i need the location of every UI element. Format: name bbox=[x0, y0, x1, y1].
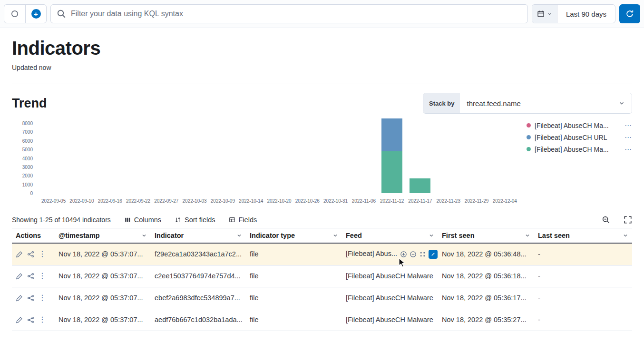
x-tick-label: 2022-11-06 bbox=[350, 198, 378, 204]
indicator-cell[interactable]: c2ee15037764974e757d4... bbox=[151, 265, 246, 287]
last-seen-cell[interactable]: - bbox=[534, 265, 632, 287]
last-seen-cell[interactable]: - bbox=[534, 287, 632, 309]
x-tick-label: 2022-10-14 bbox=[237, 198, 265, 204]
timestamp-cell[interactable]: Nov 18, 2022 @ 05:37:07... bbox=[55, 243, 151, 265]
column-header-actions[interactable]: Actions bbox=[12, 228, 55, 244]
investigate-in-timeline-button[interactable] bbox=[27, 316, 34, 323]
add-filter-button[interactable]: + bbox=[25, 5, 46, 23]
indicator-type-cell[interactable]: file bbox=[246, 309, 342, 331]
y-tick-label: 7000 bbox=[22, 129, 33, 135]
columns-button[interactable]: Columns bbox=[124, 216, 161, 224]
y-tick-label: 0 bbox=[30, 191, 33, 196]
add-to-timeline-button[interactable] bbox=[419, 251, 426, 258]
x-tick-label: 2022-11-17 bbox=[406, 198, 434, 204]
legend-more-button[interactable]: ⋯ bbox=[624, 146, 632, 153]
x-tick-label: 2022-11-23 bbox=[434, 198, 462, 204]
first-seen-cell[interactable]: Nov 18, 2022 @ 05:35:27... bbox=[438, 309, 534, 331]
feed-cell[interactable]: [Filebeat] Abus... bbox=[342, 243, 438, 265]
last-seen-cell[interactable]: - bbox=[534, 309, 632, 331]
more-actions-button[interactable]: ⋮ bbox=[39, 272, 46, 280]
column-header-timestamp[interactable]: @timestamp bbox=[55, 228, 151, 244]
query-toolbar: + Last 90 days bbox=[0, 0, 644, 28]
refresh-button[interactable] bbox=[619, 4, 640, 23]
share-graph-icon bbox=[27, 316, 34, 323]
edit-indicator-button[interactable] bbox=[16, 316, 23, 323]
fields-button[interactable]: Fields bbox=[229, 216, 257, 224]
kql-search-box bbox=[50, 4, 528, 23]
fullscreen-button[interactable] bbox=[624, 216, 632, 224]
indicator-type-cell[interactable]: file bbox=[246, 243, 342, 265]
row-actions-cell: ⋮ bbox=[12, 309, 55, 331]
saved-query-menu-button[interactable] bbox=[4, 5, 25, 23]
edit-indicator-button[interactable] bbox=[16, 273, 23, 280]
bar-segment[interactable] bbox=[410, 178, 430, 193]
more-actions-button[interactable]: ⋮ bbox=[39, 250, 46, 258]
legend-more-button[interactable]: ⋯ bbox=[624, 122, 632, 129]
timestamp-cell[interactable]: Nov 18, 2022 @ 05:37:07... bbox=[55, 287, 151, 309]
first-seen-cell[interactable]: Nov 18, 2022 @ 05:36:17... bbox=[438, 287, 534, 309]
investigate-timeline-button[interactable] bbox=[429, 250, 438, 259]
column-header-last-seen[interactable]: Last seen bbox=[534, 228, 632, 244]
fields-button-label: Fields bbox=[239, 216, 257, 224]
date-range-button[interactable]: Last 90 days bbox=[557, 5, 615, 23]
x-tick-label: 2022-09-10 bbox=[68, 198, 96, 204]
chevron-down-icon[interactable] bbox=[429, 233, 434, 238]
investigate-in-timeline-button[interactable] bbox=[27, 251, 34, 258]
column-header-indicator[interactable]: Indicator bbox=[151, 228, 246, 244]
table-row[interactable]: ⋮ Nov 18, 2022 @ 05:37:07... f29e2ca1a03… bbox=[12, 243, 632, 265]
first-seen-cell[interactable]: Nov 18, 2022 @ 05:36:48... bbox=[438, 243, 534, 265]
indicator-type-cell[interactable]: file bbox=[246, 287, 342, 309]
x-tick-label: 2022-10-26 bbox=[293, 198, 322, 204]
chevron-down-icon[interactable] bbox=[141, 233, 147, 238]
first-seen-cell[interactable]: Nov 18, 2022 @ 05:36:18... bbox=[438, 265, 534, 287]
pencil-icon bbox=[16, 316, 23, 323]
investigate-in-timeline-button[interactable] bbox=[27, 273, 34, 280]
legend-item[interactable]: [Filebeat] AbuseCH URL ⋯ bbox=[527, 131, 632, 143]
legend-color-dot bbox=[527, 147, 531, 151]
chart-legend: [Filebeat] AbuseCH Ma... ⋯ [Filebeat] Ab… bbox=[527, 118, 632, 211]
chevron-down-icon[interactable] bbox=[332, 233, 338, 238]
indicator-cell[interactable]: ebef2a6983dfcc534899a7... bbox=[151, 287, 246, 309]
feed-cell[interactable]: [Filebeat] AbuseCH Malware bbox=[342, 265, 438, 287]
indicator-type-cell[interactable]: file bbox=[246, 265, 342, 287]
indicator-cell[interactable]: f29e2ca1a032343ac1a7c2... bbox=[151, 243, 246, 265]
last-seen-cell[interactable]: - bbox=[534, 243, 632, 265]
column-label: Last seen bbox=[538, 232, 570, 239]
table-row[interactable]: ⋮ Nov 18, 2022 @ 05:37:07... c2ee1503776… bbox=[12, 265, 632, 287]
chevron-down-icon[interactable] bbox=[236, 233, 242, 238]
stack-by-control: Stack by threat.feed.name bbox=[423, 93, 632, 114]
indicator-cell[interactable]: aedf76b667c1d032ba1ada... bbox=[151, 309, 246, 331]
column-header-first-seen[interactable]: First seen bbox=[438, 228, 534, 244]
filter-in-button[interactable] bbox=[400, 251, 407, 258]
bar-segment[interactable] bbox=[381, 151, 402, 193]
chevron-down-icon[interactable] bbox=[623, 233, 628, 238]
filter-out-button[interactable] bbox=[410, 251, 417, 258]
legend-item[interactable]: [Filebeat] AbuseCH Ma... ⋯ bbox=[527, 119, 632, 131]
legend-more-button[interactable]: ⋯ bbox=[624, 134, 632, 141]
search-icon bbox=[57, 9, 66, 19]
feed-cell[interactable]: [Filebeat] AbuseCH Malware bbox=[342, 309, 438, 331]
edit-indicator-button[interactable] bbox=[16, 294, 23, 302]
column-header-indicator-type[interactable]: Indicator type bbox=[246, 228, 342, 244]
column-header-feed[interactable]: Feed bbox=[342, 228, 438, 244]
feed-cell[interactable]: [Filebeat] AbuseCH Malware bbox=[342, 287, 438, 309]
bar-segment[interactable] bbox=[381, 118, 402, 151]
column-label: First seen bbox=[442, 232, 475, 239]
stack-by-select[interactable]: threat.feed.name bbox=[460, 93, 632, 113]
timestamp-cell[interactable]: Nov 18, 2022 @ 05:37:07... bbox=[55, 265, 151, 287]
more-actions-button[interactable]: ⋮ bbox=[39, 316, 46, 323]
kql-search-input[interactable] bbox=[71, 10, 522, 18]
more-actions-button[interactable]: ⋮ bbox=[39, 294, 46, 302]
sort-fields-button[interactable]: Sort fields bbox=[175, 216, 215, 224]
chevron-down-icon[interactable] bbox=[525, 233, 530, 238]
inspect-button[interactable] bbox=[602, 216, 610, 224]
edit-indicator-button[interactable] bbox=[16, 251, 23, 258]
table-row[interactable]: ⋮ Nov 18, 2022 @ 05:37:07... aedf76b667c… bbox=[12, 309, 632, 331]
legend-item[interactable]: [Filebeat] AbuseCH Ma... ⋯ bbox=[527, 143, 632, 155]
pencil-icon bbox=[16, 251, 23, 258]
share-graph-icon bbox=[27, 251, 34, 258]
investigate-in-timeline-button[interactable] bbox=[27, 294, 34, 302]
timestamp-cell[interactable]: Nov 18, 2022 @ 05:37:07... bbox=[55, 309, 151, 331]
table-row[interactable]: ⋮ Nov 18, 2022 @ 05:37:07... ebef2a6983d… bbox=[12, 287, 632, 309]
date-quick-select-button[interactable] bbox=[532, 5, 557, 23]
